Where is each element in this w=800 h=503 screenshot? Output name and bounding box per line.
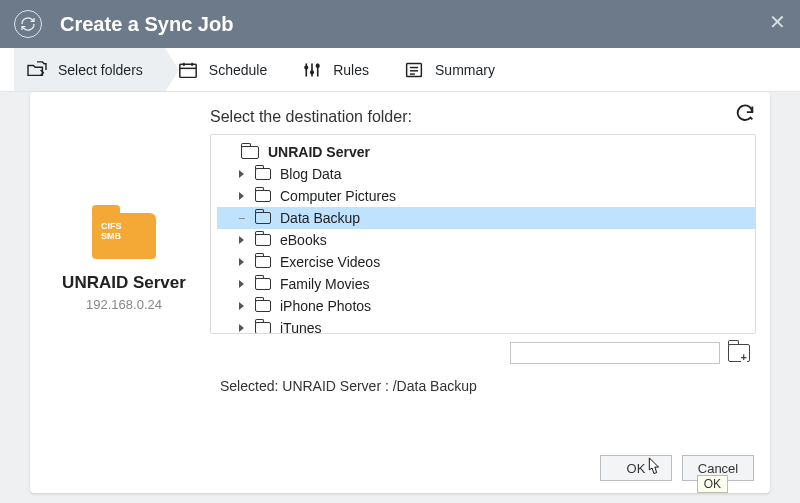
step-label: Schedule xyxy=(209,62,267,78)
chevron-right-icon[interactable] xyxy=(239,169,249,180)
tree-item-label: Blog Data xyxy=(280,166,341,182)
chevron-right-icon[interactable] xyxy=(239,279,249,290)
folder-icon xyxy=(241,146,259,159)
tree-item-label: iPhone Photos xyxy=(280,298,371,314)
tree-item[interactable]: Computer Pictures xyxy=(217,185,755,207)
share-badge: CIFS SMB xyxy=(101,221,122,241)
selected-label: Selected: xyxy=(220,378,278,394)
folder-icon xyxy=(255,190,271,202)
tree-item[interactable]: Family Movies xyxy=(217,273,755,295)
sliders-icon xyxy=(301,61,323,79)
tree-item[interactable]: Exercise Videos xyxy=(217,251,755,273)
tree-item-label: Exercise Videos xyxy=(280,254,380,270)
path-row xyxy=(210,334,756,368)
step-rules[interactable]: Rules xyxy=(289,48,391,91)
folder-icon xyxy=(255,322,271,334)
ok-tooltip: OK xyxy=(697,475,728,493)
folder-icon xyxy=(255,256,271,268)
step-select-folders[interactable]: Select folders xyxy=(14,48,165,91)
selected-path: UNRAID Server : /Data Backup xyxy=(282,378,477,394)
source-server-name: UNRAID Server xyxy=(62,273,186,293)
folder-icon xyxy=(255,234,271,246)
folder-icon xyxy=(255,168,271,180)
chevron-right-icon[interactable] xyxy=(239,235,249,246)
tree-root-label: UNRAID Server xyxy=(268,144,370,160)
chevron-right-icon[interactable] xyxy=(239,191,249,202)
summary-icon xyxy=(403,61,425,79)
selected-path-line: Selected: UNRAID Server : /Data Backup xyxy=(220,378,756,394)
step-label: Summary xyxy=(435,62,495,78)
tree-item[interactable]: eBooks xyxy=(217,229,755,251)
title-bar: Create a Sync Job ✕ xyxy=(0,0,800,48)
ok-button[interactable]: OK xyxy=(600,455,672,481)
destination-column: Select the destination folder: UNRAID Se… xyxy=(204,108,756,368)
source-server-ip: 192.168.0.24 xyxy=(86,297,162,312)
svg-point-7 xyxy=(305,66,308,69)
step-schedule[interactable]: Schedule xyxy=(165,48,289,91)
tree-item-label: Family Movies xyxy=(280,276,369,292)
refresh-button[interactable] xyxy=(734,102,756,127)
tree-item-label: Data Backup xyxy=(280,210,360,226)
step-label: Select folders xyxy=(58,62,143,78)
tree-leaf-icon xyxy=(239,213,249,224)
chevron-right-icon[interactable] xyxy=(239,301,249,312)
folder-icon xyxy=(255,300,271,312)
new-folder-button[interactable] xyxy=(728,344,750,362)
tree-item[interactable]: iPhone Photos xyxy=(217,295,755,317)
folder-tree[interactable]: UNRAID Server Blog DataComputer Pictures… xyxy=(210,134,756,334)
svg-point-8 xyxy=(311,71,314,74)
svg-point-9 xyxy=(317,64,320,67)
tree-root[interactable]: UNRAID Server xyxy=(217,141,755,163)
dialog-title: Create a Sync Job xyxy=(60,13,233,36)
folder-icon xyxy=(255,212,271,224)
dialog-footer: OK Cancel xyxy=(600,455,754,481)
tree-item-label: eBooks xyxy=(280,232,327,248)
step-summary[interactable]: Summary xyxy=(391,48,517,91)
source-column: CIFS SMB UNRAID Server 192.168.0.24 xyxy=(44,108,204,368)
destination-heading: Select the destination folder: xyxy=(210,108,756,126)
tree-item-label: Computer Pictures xyxy=(280,188,396,204)
sync-icon xyxy=(14,10,42,38)
chevron-right-icon[interactable] xyxy=(239,257,249,268)
folder-icon xyxy=(255,278,271,290)
main-panel: CIFS SMB UNRAID Server 192.168.0.24 Sele… xyxy=(30,92,770,493)
step-label: Rules xyxy=(333,62,369,78)
server-share-icon: CIFS SMB xyxy=(92,205,156,259)
step-bar: Select folders Schedule Rules xyxy=(0,48,800,92)
close-icon[interactable]: ✕ xyxy=(769,10,786,34)
tree-item[interactable]: Blog Data xyxy=(217,163,755,185)
tree-item[interactable]: iTunes xyxy=(217,317,755,334)
tree-item[interactable]: Data Backup xyxy=(217,207,755,229)
svg-rect-0 xyxy=(180,64,196,77)
tree-item-label: iTunes xyxy=(280,320,322,334)
calendar-icon xyxy=(177,61,199,79)
chevron-right-icon[interactable] xyxy=(239,323,249,334)
path-input[interactable] xyxy=(510,342,720,364)
select-folders-icon xyxy=(26,61,48,79)
